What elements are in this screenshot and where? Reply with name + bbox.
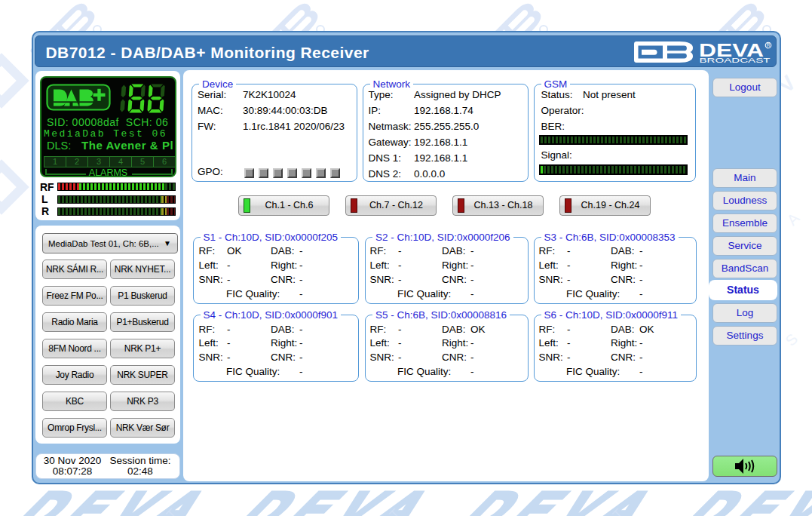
svg-text:BROADCAST: BROADCAST: [700, 57, 771, 64]
svg-text:S: S: [782, 330, 801, 349]
svg-text:R: R: [767, 42, 771, 48]
svg-text:A: A: [783, 209, 802, 228]
